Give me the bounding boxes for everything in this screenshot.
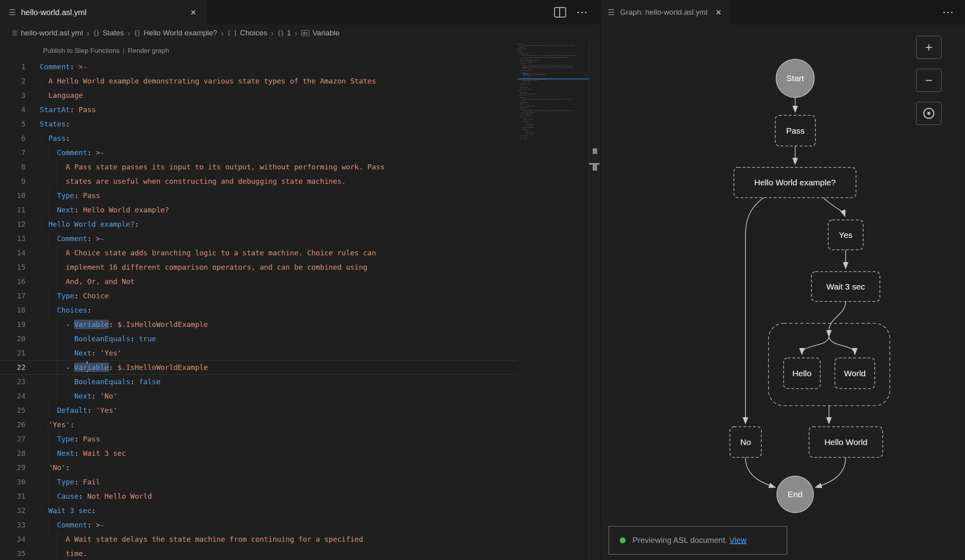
graph-edge-no-end — [745, 457, 775, 487]
graph-more-actions-icon[interactable]: ••• — [943, 10, 955, 16]
line-number: 17 — [0, 289, 25, 303]
code-line-20[interactable]: 20 BooleanEquals: true — [0, 332, 517, 346]
line-content: A Hello World example demonstrating vari… — [40, 74, 517, 88]
line-content: And, Or, and Not — [40, 274, 517, 289]
code-line-13[interactable]: 13 Comment: >- — [0, 231, 517, 246]
editor-tab-bar: ☰ hello-world.asl.yml ✕ — [0, 0, 600, 25]
codelens-render-link[interactable]: Render graph — [128, 47, 169, 54]
minimap[interactable]: Comment: >- A Hello World example demons… — [517, 43, 589, 154]
code-line-19[interactable]: 19 - Variable: $.IsHelloWorldExample — [0, 317, 517, 332]
split-editor-icon[interactable] — [554, 7, 566, 18]
code-lines[interactable]: 1Comment: >-2 A Hello World example demo… — [0, 60, 517, 560]
code-line-7[interactable]: 7 Comment: >- — [0, 146, 517, 160]
line-content: Comment: >- — [40, 518, 517, 532]
file-icon: ☰ — [12, 29, 18, 37]
graph-node-label-hello: Hello — [792, 369, 811, 378]
graph-node-label-choice: Hello World example? — [754, 178, 836, 187]
code-line-3[interactable]: 3 Language — [0, 88, 517, 103]
tab-graph-preview[interactable]: ☰ Graph: hello-world.asl.yml ✕ — [601, 0, 731, 25]
code-line-6[interactable]: 6 Pass: — [0, 131, 517, 146]
code-line-17[interactable]: 17 Type: Choice — [0, 289, 517, 303]
close-icon[interactable]: ✕ — [189, 7, 198, 18]
breadcrumb-item-1[interactable]: {}1 — [277, 29, 291, 37]
code-line-23[interactable]: 23 BooleanEquals: false — [0, 375, 517, 389]
line-number: 26 — [0, 418, 25, 432]
line-number: 34 — [0, 532, 25, 546]
line-content: Next: 'No' — [40, 389, 517, 403]
code-line-35[interactable]: 35 time. — [0, 546, 517, 560]
code-line-21[interactable]: 21 Next: 'Yes' — [0, 346, 517, 360]
graph-edge-helloworld-end — [816, 457, 846, 487]
line-number: 11 — [0, 203, 25, 217]
code-line-4[interactable]: 4StartAt: Pass — [0, 103, 517, 117]
code-line-22[interactable]: 22 - Variable: $.IsHelloWorldExample — [0, 360, 517, 375]
breadcrumb-item-variable[interactable]: abcVariable — [301, 29, 340, 37]
breadcrumb-item-states[interactable]: {}States — [93, 29, 124, 37]
editor-scrollbar[interactable] — [589, 41, 600, 560]
codelens: Publish to Step Functions|Render graph — [43, 47, 169, 55]
code-line-25[interactable]: 25 Default: 'Yes' — [0, 403, 517, 418]
graph-node-label-yes: Yes — [839, 230, 852, 239]
line-content: Next: Wait 3 sec — [40, 446, 517, 461]
code-line-32[interactable]: 32 Wait 3 sec: — [0, 504, 517, 518]
code-line-18[interactable]: 18 Choices: — [0, 303, 517, 317]
code-line-34[interactable]: 34 A Wait state delays the state machine… — [0, 532, 517, 546]
code-line-11[interactable]: 11 Next: Hello World example? — [0, 203, 517, 217]
braces-icon: {} — [277, 29, 284, 37]
code-line-33[interactable]: 33 Comment: >- — [0, 518, 517, 532]
braces-icon: {} — [134, 29, 140, 37]
graph-node-label-start: Start — [786, 74, 804, 83]
code-line-26[interactable]: 26 'Yes': — [0, 418, 517, 432]
status-view-link[interactable]: View — [730, 536, 747, 544]
indent-guide — [40, 504, 40, 518]
code-line-28[interactable]: 28 Next: Wait 3 sec — [0, 446, 517, 461]
code-line-10[interactable]: 10 Type: Pass — [0, 189, 517, 203]
breadcrumb: ☰hello-world.asl.yml›{}States›{}Hello Wo… — [0, 25, 600, 41]
breadcrumb-item-choices[interactable]: [ ]Choices — [227, 29, 267, 37]
breadcrumb-item-hello-world-asl-yml[interactable]: ☰hello-world.asl.yml — [12, 29, 83, 37]
status-green-dot — [620, 537, 626, 543]
indent-guide — [40, 88, 40, 103]
code-line-27[interactable]: 27 Type: Pass — [0, 432, 517, 446]
zoom-center-button[interactable] — [916, 102, 942, 125]
preview-status: Previewing ASL document. View — [609, 526, 787, 554]
line-number: 18 — [0, 303, 25, 317]
code-line-1[interactable]: 1Comment: >- — [0, 60, 517, 74]
code-line-14[interactable]: 14 A Choice state adds branching logic t… — [0, 246, 517, 260]
indent-guide — [57, 317, 57, 332]
line-number: 7 — [0, 146, 25, 160]
breadcrumb-item-hello-world-example[interactable]: {}Hello World example? — [134, 29, 218, 37]
line-number: 30 — [0, 475, 25, 489]
close-icon[interactable]: ✕ — [714, 7, 724, 18]
code-line-30[interactable]: 30 Type: Fail — [0, 475, 517, 489]
line-number: 33 — [0, 518, 25, 532]
indent-guide — [49, 475, 49, 489]
more-actions-icon[interactable]: ••• — [577, 10, 589, 16]
code-line-31[interactable]: 31 Cause: Not Hello World — [0, 489, 517, 504]
line-number: 29 — [0, 461, 25, 475]
code-line-24[interactable]: 24 Next: 'No' — [0, 389, 517, 403]
zoom-out-button[interactable]: − — [916, 69, 942, 92]
indent-guide — [57, 532, 57, 546]
indent-guide — [57, 346, 57, 360]
indent-guide — [49, 446, 49, 461]
code-line-15[interactable]: 15 implement 16 different comparison ope… — [0, 260, 517, 274]
breadcrumb-label: Hello World example? — [144, 29, 218, 37]
graph-edge-choice-yes — [823, 198, 845, 216]
code-line-2[interactable]: 2 A Hello World example demonstrating va… — [0, 74, 517, 88]
code-line-16[interactable]: 16 And, Or, and Not — [0, 274, 517, 289]
line-number: 32 — [0, 504, 25, 518]
indent-guide — [40, 418, 40, 432]
tab-hello-world-asl-yml[interactable]: ☰ hello-world.asl.yml ✕ — [0, 0, 207, 25]
code-line-12[interactable]: 12 Hello World example?: — [0, 217, 517, 231]
line-number: 6 — [0, 131, 25, 146]
zoom-in-button[interactable]: + — [916, 36, 942, 59]
code-line-8[interactable]: 8 A Pass state passes its input to its o… — [0, 160, 517, 174]
line-content: Comment: >- — [40, 146, 517, 160]
line-number: 31 — [0, 489, 25, 504]
code-line-5[interactable]: 5States: — [0, 117, 517, 131]
code-line-29[interactable]: 29 'No': — [0, 461, 517, 475]
abc-icon: abc — [301, 30, 309, 36]
code-line-9[interactable]: 9 states are useful when constructing an… — [0, 174, 517, 189]
codelens-publish-link[interactable]: Publish to Step Functions — [43, 47, 120, 54]
